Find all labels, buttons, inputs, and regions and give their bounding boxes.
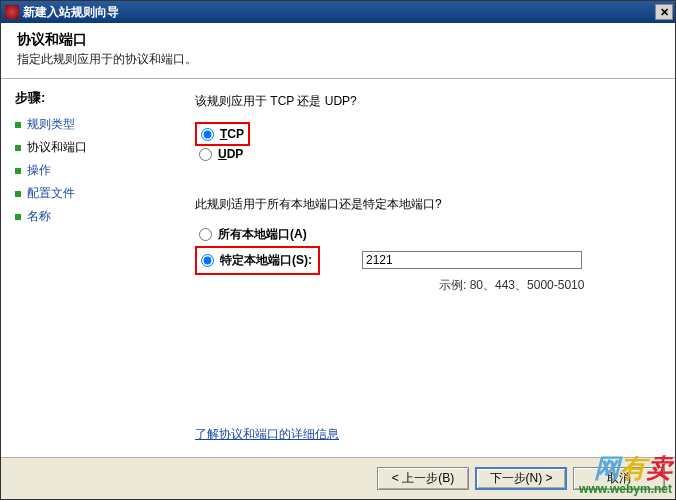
radio-specific-ports[interactable]	[201, 254, 214, 267]
wizard-body: 步骤: 规则类型 协议和端口 操作 配置文件 名称 该	[1, 79, 675, 457]
question-protocol: 该规则应用于 TCP 还是 UDP?	[195, 93, 657, 110]
step-bullet-icon	[15, 168, 21, 174]
wizard-footer: < 上一步(B) 下一步(N) > 取消	[1, 457, 675, 499]
label-specific-ports: 特定本地端口(S):	[220, 252, 312, 269]
highlight-specific-ports: 特定本地端口(S):	[195, 246, 320, 275]
step-bullet-icon	[15, 214, 21, 220]
step-bullet-icon	[15, 122, 21, 128]
step-label: 配置文件	[27, 185, 75, 202]
step-profile[interactable]: 配置文件	[15, 182, 161, 205]
main-panel: 该规则应用于 TCP 还是 UDP? TCP UDP 此规则适用于所有本地端口还…	[169, 79, 675, 457]
cancel-button[interactable]: 取消	[573, 467, 665, 490]
highlight-tcp: TCP	[195, 122, 250, 146]
step-rule-type[interactable]: 规则类型	[15, 113, 161, 136]
step-bullet-icon	[15, 191, 21, 197]
radio-row-udp: UDP	[199, 146, 657, 162]
radio-row-tcp: TCP	[201, 126, 244, 142]
label-udp: UDP	[218, 147, 243, 161]
radio-tcp[interactable]	[201, 128, 214, 141]
close-icon: ✕	[660, 6, 669, 19]
learn-more-link[interactable]: 了解协议和端口的详细信息	[195, 426, 339, 443]
question-ports: 此规则适用于所有本地端口还是特定本地端口?	[195, 196, 657, 213]
radio-all-ports[interactable]	[199, 228, 212, 241]
titlebar: 新建入站规则向导 ✕	[1, 1, 675, 23]
label-tcp: TCP	[220, 127, 244, 141]
steps-heading: 步骤:	[15, 89, 161, 107]
step-bullet-icon	[15, 145, 21, 151]
protocol-radiogroup: TCP UDP	[195, 122, 657, 162]
ports-radiogroup: 所有本地端口(A) 特定本地端口(S): 示例: 80、443、5000-501…	[195, 225, 657, 294]
port-example: 示例: 80、443、5000-5010	[439, 277, 657, 294]
step-label: 操作	[27, 162, 51, 179]
step-name[interactable]: 名称	[15, 205, 161, 228]
radio-row-all-ports: 所有本地端口(A)	[199, 225, 657, 244]
step-action[interactable]: 操作	[15, 159, 161, 182]
window-title: 新建入站规则向导	[23, 4, 655, 21]
step-label: 规则类型	[27, 116, 75, 133]
wizard-header: 协议和端口 指定此规则应用于的协议和端口。	[1, 23, 675, 79]
radio-row-specific-ports: 特定本地端口(S):	[201, 251, 312, 270]
label-all-ports: 所有本地端口(A)	[218, 226, 307, 243]
step-label: 协议和端口	[27, 139, 87, 156]
back-button[interactable]: < 上一步(B)	[377, 467, 469, 490]
page-title: 协议和端口	[17, 31, 659, 49]
wizard-window: 新建入站规则向导 ✕ 协议和端口 指定此规则应用于的协议和端口。 步骤: 规则类…	[0, 0, 676, 500]
app-icon	[5, 5, 19, 19]
step-protocol-ports[interactable]: 协议和端口	[15, 136, 161, 159]
radio-udp[interactable]	[199, 148, 212, 161]
step-label: 名称	[27, 208, 51, 225]
next-button[interactable]: 下一步(N) >	[475, 467, 567, 490]
port-input[interactable]	[362, 251, 582, 269]
page-subtitle: 指定此规则应用于的协议和端口。	[17, 51, 659, 68]
sidebar: 步骤: 规则类型 协议和端口 操作 配置文件 名称	[1, 79, 169, 457]
close-button[interactable]: ✕	[655, 4, 673, 20]
